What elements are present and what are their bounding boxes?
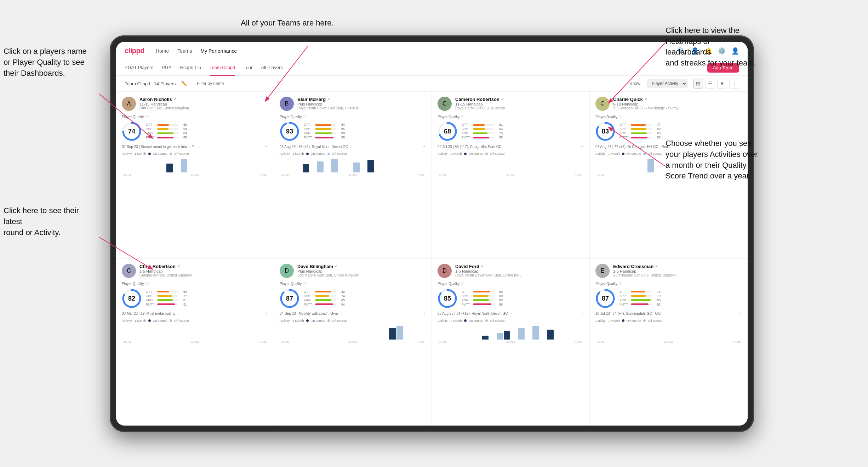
activity-label[interactable]: Activity · 1 Month (595, 319, 620, 323)
quality-content[interactable]: 82 OTT 60 APP 77 ARG (122, 289, 268, 308)
stat-bar-bg (473, 303, 494, 305)
player-card[interactable]: D David Ford ✓ 1-5 Handicap Royal North … (432, 259, 590, 426)
player-name[interactable]: Charlie Quick ✓ (613, 97, 742, 102)
team-bar: Team Clippd | 14 Players ✏️ Show: Player… (116, 76, 748, 92)
sub-nav-team-clippd[interactable]: Team Clippd (210, 60, 235, 76)
score-circle[interactable]: 74 (122, 121, 142, 141)
latest-round[interactable]: 04 Sep 23 | Mobility with coach, Gym → → (280, 311, 426, 316)
on-course-dot (306, 153, 309, 155)
chart-bar (166, 164, 173, 172)
nav-home[interactable]: Home (156, 47, 169, 55)
nav-teams[interactable]: Teams (177, 47, 192, 55)
round-arrow-icon[interactable]: → (422, 144, 426, 149)
player-card[interactable]: C Cameron Robertson ✓ 11-15 Handicap Roy… (432, 92, 590, 259)
round-arrow-icon[interactable]: → (264, 144, 268, 149)
sub-nav-pgat[interactable]: PGAT Players (125, 60, 153, 76)
sort-view-button[interactable]: ↕ (729, 79, 739, 89)
stat-bar (631, 303, 649, 305)
activity-label[interactable]: Activity · 1 Month (595, 152, 620, 155)
player-card[interactable]: E Edward Crossman ✓ 1-5 Handicap Sunning… (590, 259, 748, 426)
stat-val: 91 (180, 303, 187, 306)
stat-bar (157, 291, 169, 292)
player-name[interactable]: Blair McHarg ✓ (297, 97, 426, 102)
player-info: Dave Billingham ✓ Plus Handicap Sog Magj… (297, 264, 426, 277)
quality-content[interactable]: 85 OTT 89 APP 80 ARG (438, 289, 584, 308)
activity-label[interactable]: Activity · 1 Month (280, 319, 304, 323)
sub-nav-pga[interactable]: PGA (162, 60, 171, 76)
player-name[interactable]: David Ford ✓ (455, 264, 584, 269)
list-view-button[interactable]: ☰ (705, 79, 715, 89)
player-name[interactable]: Edward Crossman ✓ (613, 264, 742, 269)
player-card[interactable]: A Aaron Nicholls ✓ 11-15 Handicap Drift … (116, 92, 274, 259)
activity-label[interactable]: Activity · 1 Month (438, 152, 462, 155)
latest-round[interactable]: 26 Aug 23 | 73 (+1), Royal North Devon G… (280, 144, 426, 149)
player-name[interactable]: Chris Robertson ✓ (139, 264, 268, 269)
score-circle[interactable]: 85 (438, 289, 457, 308)
on-course-dot (148, 319, 151, 322)
nav-my-performance[interactable]: My Performance (200, 47, 237, 55)
quality-content[interactable]: 87 OTT 82 APP 74 ARG (280, 289, 426, 308)
info-icon[interactable]: ⓘ (619, 114, 622, 119)
latest-round[interactable]: 02 Sep 23 | Sunset round to get back int… (122, 144, 268, 149)
stats-bars: OTT 60 APP 77 ARG 81 PU (146, 290, 268, 307)
info-icon[interactable]: ⓘ (145, 281, 149, 286)
activity-label[interactable]: Activity · 1 Month (280, 152, 304, 155)
score-number: 83 (602, 128, 609, 135)
latest-round[interactable]: 03 Mar 23 | 19, Must make putting → → (122, 311, 268, 316)
player-name[interactable]: Aaron Nicholls ✓ (139, 97, 268, 102)
player-card[interactable]: B Blair McHarg ✓ Plus Handicap Royal Nor… (274, 92, 432, 259)
verified-icon: ✓ (173, 97, 177, 102)
score-circle[interactable]: 87 (280, 289, 299, 308)
sub-nav-tour[interactable]: Tour (244, 60, 252, 76)
info-icon[interactable]: ⓘ (619, 281, 622, 286)
activity-label[interactable]: Activity · 1 Month (438, 319, 462, 323)
activity-label[interactable]: Activity · 1 Month (122, 319, 146, 323)
stat-row: APP 58 (146, 127, 268, 131)
latest-round-text: 03 Mar 23 | 19, Must make putting → (122, 312, 264, 315)
filter-view-button[interactable]: ▼ (717, 79, 727, 89)
edit-icon[interactable]: ✏️ (181, 81, 187, 86)
score-circle[interactable]: 68 (438, 121, 457, 141)
round-arrow-icon[interactable]: → (579, 311, 584, 316)
score-circle[interactable]: 93 (280, 121, 299, 141)
info-icon[interactable]: ⓘ (461, 114, 464, 119)
latest-round[interactable]: 18 Jul 23 | 74 (+4), Sunningdale GC - Ol… (595, 311, 742, 316)
grid-view-button[interactable]: ⊞ (693, 79, 703, 89)
info-icon[interactable]: ⓘ (303, 281, 307, 286)
sub-nav-all-players[interactable]: All Players (261, 60, 282, 76)
info-icon[interactable]: ⓘ (303, 114, 307, 119)
player-name[interactable]: Cameron Robertson ✓ (455, 97, 584, 102)
round-arrow-icon[interactable]: → (264, 311, 268, 316)
round-arrow-icon[interactable]: → (579, 144, 584, 149)
score-number: 93 (286, 128, 293, 135)
player-info: Aaron Nicholls ✓ 11-15 Handicap Drift Go… (139, 97, 268, 110)
sub-nav-hcaps[interactable]: Hcaps 1-5 (180, 60, 201, 76)
round-arrow-icon[interactable]: → (422, 311, 426, 316)
off-course-label: Off course (648, 319, 662, 323)
show-select[interactable]: Player Activity (647, 79, 687, 88)
quality-content[interactable]: 93 OTT 84 APP 85 ARG (280, 121, 426, 141)
latest-round[interactable]: 26 Aug 23 | 84 (+12), Royal North Devon … (438, 311, 584, 316)
activity-label[interactable]: Activity · 1 Month (122, 152, 146, 155)
player-name[interactable]: Dave Billingham ✓ (297, 264, 426, 269)
info-icon[interactable]: ⓘ (461, 281, 464, 286)
quality-content[interactable]: 68 OTT 61 APP 63 ARG (438, 121, 584, 141)
nav-logo[interactable]: clippd (125, 47, 144, 55)
stat-bar-bg (473, 295, 494, 297)
annotation-click-name: Click on a players name or Player Qualit… (4, 46, 87, 79)
score-circle[interactable]: 83 (595, 121, 615, 141)
stat-val: 96 (496, 303, 503, 306)
round-arrow-icon[interactable]: → (738, 311, 742, 316)
quality-content[interactable]: 74 OTT 60 APP 58 ARG (122, 121, 268, 141)
score-circle[interactable]: 82 (122, 289, 142, 308)
verified-icon: ✓ (481, 264, 484, 269)
player-card[interactable]: D Dave Billingham ✓ Plus Handicap Sog Ma… (274, 259, 432, 426)
score-circle[interactable]: 87 (595, 289, 615, 308)
off-course-dot (643, 153, 646, 155)
latest-round[interactable]: 02 Jul 23 | 59 (+17), Craigmillar Park G… (438, 144, 584, 149)
search-input[interactable] (193, 79, 278, 88)
quality-content[interactable]: 87 OTT 73 APP 79 ARG (595, 289, 742, 308)
stat-bar (631, 128, 646, 130)
player-card[interactable]: C Chris Robertson ✓ 1-5 Handicap Craigmi… (116, 259, 274, 426)
info-icon[interactable]: ⓘ (145, 114, 149, 119)
